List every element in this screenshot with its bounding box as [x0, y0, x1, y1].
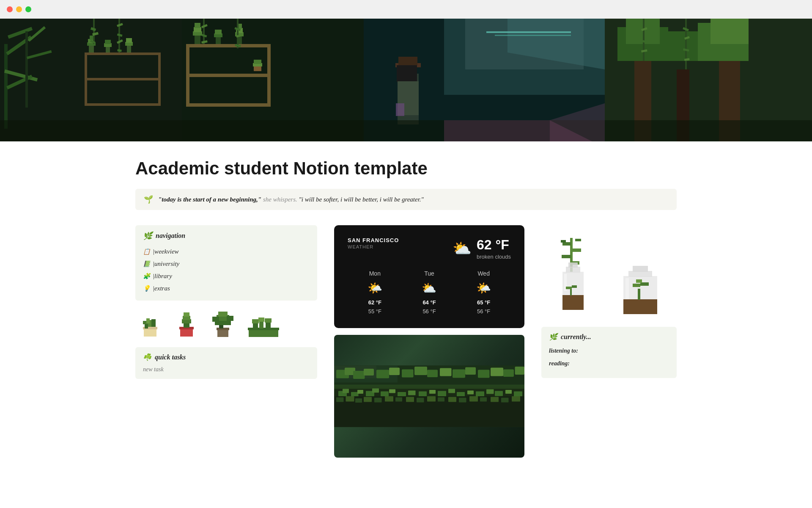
svg-rect-61 — [254, 60, 261, 64]
svg-rect-152 — [364, 397, 372, 402]
weather-city: SAN FRANCISCO — [348, 237, 399, 243]
svg-rect-70 — [398, 57, 417, 65]
svg-rect-37 — [186, 103, 271, 107]
quick-tasks-label: quick tasks — [155, 353, 186, 361]
weather-current: ⛅ 62 °F broken clouds — [453, 237, 511, 260]
svg-rect-25 — [93, 19, 95, 44]
weather-temperature: 62 °F — [477, 237, 511, 253]
currently-label: currently... — [561, 333, 591, 341]
svg-rect-121 — [252, 319, 259, 323]
svg-rect-138 — [429, 390, 436, 394]
svg-rect-22 — [127, 45, 131, 52]
svg-rect-19 — [106, 46, 110, 52]
quick-tasks-section: ☘️ quick tasks — [135, 347, 317, 379]
forecast-tue-icon: ⛅ — [402, 281, 457, 295]
maximize-button[interactable] — [25, 6, 31, 12]
svg-rect-118 — [253, 323, 258, 329]
svg-rect-198 — [570, 289, 572, 295]
forecast-tue-low: 56 °F — [402, 307, 457, 316]
svg-rect-137 — [419, 391, 427, 396]
quote-whisper-text: she whispers. — [263, 196, 297, 203]
svg-rect-202 — [628, 271, 652, 277]
navigation-list: 📋 |weekview 📗 |university 🧩 |library 💡 |… — [143, 246, 310, 295]
svg-rect-196 — [562, 295, 584, 310]
svg-rect-159 — [438, 397, 444, 401]
svg-rect-134 — [389, 389, 395, 393]
svg-rect-43 — [195, 23, 200, 28]
svg-rect-208 — [636, 279, 642, 283]
svg-rect-122 — [258, 318, 264, 322]
svg-rect-183 — [491, 367, 503, 376]
svg-rect-13 — [85, 52, 87, 106]
svg-rect-151 — [355, 398, 362, 403]
currently-items: listening to: reading: — [549, 347, 669, 367]
hero-banner — [0, 19, 812, 141]
weather-temp-block: 62 °F broken clouds — [477, 237, 511, 260]
svg-rect-182 — [478, 370, 490, 378]
navigation-icon: 🌿 — [143, 231, 152, 240]
svg-rect-35 — [186, 44, 271, 47]
svg-rect-128 — [343, 389, 349, 393]
svg-rect-162 — [469, 396, 478, 402]
svg-rect-161 — [459, 398, 466, 402]
svg-rect-203 — [633, 266, 648, 272]
forecast-mon-high: 62 °F — [348, 298, 402, 307]
nav-item-library[interactable]: 🧩 |library — [143, 270, 310, 282]
forecast-wed-low: 56 °F — [456, 307, 511, 316]
svg-rect-7 — [25, 31, 28, 108]
forecast-day-tue: Tue ⛅ 64 °F 56 °F — [402, 270, 457, 316]
svg-rect-12 — [85, 103, 161, 106]
svg-rect-194 — [566, 267, 580, 273]
library-icon: 🧩 — [143, 273, 150, 280]
titlebar — [0, 0, 812, 19]
svg-rect-205 — [638, 289, 640, 300]
svg-rect-115 — [227, 316, 233, 321]
svg-rect-92 — [0, 120, 812, 141]
svg-rect-204 — [623, 299, 657, 314]
nav-item-weekview[interactable]: 📋 |weekview — [143, 246, 310, 258]
quote-banner: 🌱 "today is the start of a new beginning… — [135, 189, 677, 210]
svg-rect-184 — [503, 369, 514, 377]
svg-rect-142 — [467, 390, 474, 394]
svg-rect-145 — [495, 391, 503, 396]
svg-rect-149 — [336, 397, 344, 402]
svg-rect-21 — [105, 40, 111, 44]
svg-rect-154 — [385, 396, 393, 402]
svg-rect-187 — [562, 242, 571, 246]
svg-rect-116 — [249, 329, 278, 337]
plant-bottles-illustration — [541, 225, 677, 327]
svg-rect-200 — [572, 285, 577, 288]
svg-rect-80 — [660, 31, 702, 61]
garden-illustration — [334, 335, 524, 458]
currently-reading: reading: — [549, 359, 669, 367]
weather-header: SAN FRANCISCO WEATHER ⛅ 62 °F broken clo… — [348, 237, 511, 260]
weather-forecast: Mon 🌤️ 62 °F 55 °F Tue ⛅ 64 °F 56 °F — [348, 270, 511, 316]
currently-section: 🌿 currently... listening to: reading: — [541, 327, 677, 378]
svg-rect-73 — [396, 103, 404, 116]
svg-rect-51 — [203, 19, 205, 44]
svg-rect-147 — [514, 391, 522, 397]
svg-rect-101 — [146, 318, 150, 323]
svg-rect-207 — [640, 282, 649, 286]
quick-tasks-icon: ☘️ — [143, 353, 151, 361]
forecast-tue-high: 64 °F — [402, 298, 457, 307]
nav-item-university[interactable]: 📗 |university — [143, 258, 310, 270]
svg-rect-113 — [218, 312, 228, 317]
hero-illustration — [0, 19, 812, 141]
svg-rect-157 — [417, 398, 424, 402]
svg-rect-199 — [566, 287, 572, 289]
svg-rect-14 — [158, 52, 161, 106]
minimize-button[interactable] — [16, 6, 22, 12]
svg-rect-38 — [186, 44, 189, 107]
svg-rect-176 — [402, 369, 414, 377]
svg-rect-44 — [216, 36, 221, 44]
close-button[interactable] — [7, 6, 13, 12]
svg-rect-130 — [357, 390, 363, 394]
pixel-plant-3 — [208, 309, 238, 339]
svg-rect-146 — [505, 390, 512, 394]
new-task-input[interactable] — [143, 366, 310, 373]
forecast-tue-label: Tue — [402, 270, 457, 277]
university-icon: 📗 — [143, 260, 150, 268]
nav-item-extras[interactable]: 💡 |extras — [143, 282, 310, 295]
svg-rect-108 — [217, 329, 228, 337]
